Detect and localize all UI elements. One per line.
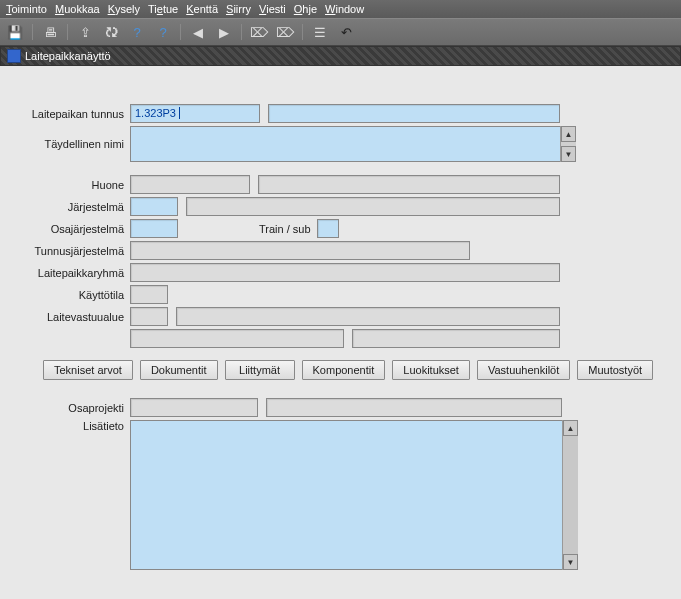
input-laitepaikan-tunnus-2[interactable]: [268, 104, 560, 123]
input-huone-1[interactable]: [130, 175, 250, 194]
window-title-bar: Laitepaikkanäyttö: [0, 46, 681, 66]
label-huone: Huone: [15, 179, 130, 191]
btn-tekniset-arvot[interactable]: Tekniset arvot: [43, 360, 133, 380]
label-laitevastuualue: Laitevastuualue: [15, 311, 130, 323]
label-osaprojekti: Osaprojekti: [15, 402, 130, 414]
next-icon[interactable]: ▶: [215, 23, 233, 41]
menu-toiminto[interactable]: Toiminto: [6, 3, 47, 15]
input-train-sub[interactable]: [317, 219, 339, 238]
scrollbar-taydellinen-nimi[interactable]: ▲ ▼: [560, 126, 576, 162]
btn-komponentit[interactable]: Komponentit: [302, 360, 386, 380]
label-laitepaikan-tunnus: Laitepaikan tunnus: [15, 108, 130, 120]
menu-window[interactable]: Window: [325, 3, 364, 15]
label-jarjestelma: Järjestelmä: [15, 201, 130, 213]
input-jarjestelma-2[interactable]: [186, 197, 560, 216]
window-icon: [7, 49, 21, 63]
input-huone-2[interactable]: [258, 175, 560, 194]
input-jarjestelma-1[interactable]: [130, 197, 178, 216]
input-osaprojekti-1[interactable]: [130, 398, 258, 417]
help2-icon[interactable]: ?: [154, 23, 172, 41]
input-laitevastuualue-2[interactable]: [176, 307, 560, 326]
export-icon[interactable]: ⇪: [76, 23, 94, 41]
btn-vastuuhenkilot[interactable]: Vastuuhenkilöt: [477, 360, 570, 380]
input-laitepaikan-tunnus[interactable]: 1.323P3: [130, 104, 260, 123]
menu-siirry[interactable]: Siirry: [226, 3, 251, 15]
save-icon[interactable]: 💾: [6, 23, 24, 41]
btn-luokitukset[interactable]: Luokitukset: [392, 360, 470, 380]
tool1-icon[interactable]: ⌦: [250, 23, 268, 41]
input-laitevastuualue-1[interactable]: [130, 307, 168, 326]
menu-ohje[interactable]: Ohje: [294, 3, 317, 15]
menu-viesti[interactable]: Viesti: [259, 3, 286, 15]
label-osajarjestelma: Osajärjestelmä: [15, 223, 130, 235]
scroll-down-icon[interactable]: ▼: [561, 146, 576, 162]
refresh-icon[interactable]: 🗘: [102, 23, 120, 41]
window-title: Laitepaikkanäyttö: [25, 50, 111, 62]
label-train-sub: Train / sub: [253, 223, 317, 235]
help1-icon[interactable]: ?: [128, 23, 146, 41]
input-extra-1[interactable]: [130, 329, 344, 348]
label-taydellinen-nimi: Täydellinen nimi: [15, 138, 130, 150]
toolbar: 💾 🖶 ⇪ 🗘 ? ? ◀ ▶ ⌦ ⌦ ☰ ↶: [0, 18, 681, 46]
input-osaprojekti-2[interactable]: [266, 398, 562, 417]
form-content: Laitepaikan tunnus 1.323P3 Täydellinen n…: [0, 66, 681, 583]
menu-kysely[interactable]: Kysely: [108, 3, 140, 15]
scrollbar-lisatieto[interactable]: ▲ ▼: [562, 420, 578, 570]
menu-bar: Toiminto Muokkaa Kysely Tietue Kenttä Si…: [0, 0, 681, 18]
button-row: Tekniset arvot Dokumentit Liittymät Komp…: [43, 360, 666, 380]
list-icon[interactable]: ☰: [311, 23, 329, 41]
label-kayttotila: Käyttötila: [15, 289, 130, 301]
input-osajarjestelma[interactable]: [130, 219, 178, 238]
undo-icon[interactable]: ↶: [337, 23, 355, 41]
input-tunnusjarjestelma[interactable]: [130, 241, 470, 260]
prev-icon[interactable]: ◀: [189, 23, 207, 41]
btn-dokumentit[interactable]: Dokumentit: [140, 360, 218, 380]
label-laitepaikkaryhma: Laitepaikkaryhmä: [15, 267, 130, 279]
menu-muokkaa[interactable]: Muokkaa: [55, 3, 100, 15]
tool2-icon[interactable]: ⌦: [276, 23, 294, 41]
scroll-down-icon-2[interactable]: ▼: [563, 554, 578, 570]
menu-kentta[interactable]: Kenttä: [186, 3, 218, 15]
input-kayttotila[interactable]: [130, 285, 168, 304]
menu-tietue[interactable]: Tietue: [148, 3, 178, 15]
scroll-up-icon[interactable]: ▲: [561, 126, 576, 142]
textarea-taydellinen-nimi[interactable]: [130, 126, 576, 162]
btn-muutostyot[interactable]: Muutostyöt: [577, 360, 653, 380]
input-laitepaikkaryhma[interactable]: [130, 263, 560, 282]
label-tunnusjarjestelma: Tunnusjärjestelmä: [15, 245, 130, 257]
input-extra-2[interactable]: [352, 329, 560, 348]
textarea-lisatieto[interactable]: [130, 420, 578, 570]
btn-liittymat[interactable]: Liittymät: [225, 360, 295, 380]
scroll-up-icon-2[interactable]: ▲: [563, 420, 578, 436]
label-lisatieto: Lisätieto: [15, 420, 130, 432]
print-icon[interactable]: 🖶: [41, 23, 59, 41]
